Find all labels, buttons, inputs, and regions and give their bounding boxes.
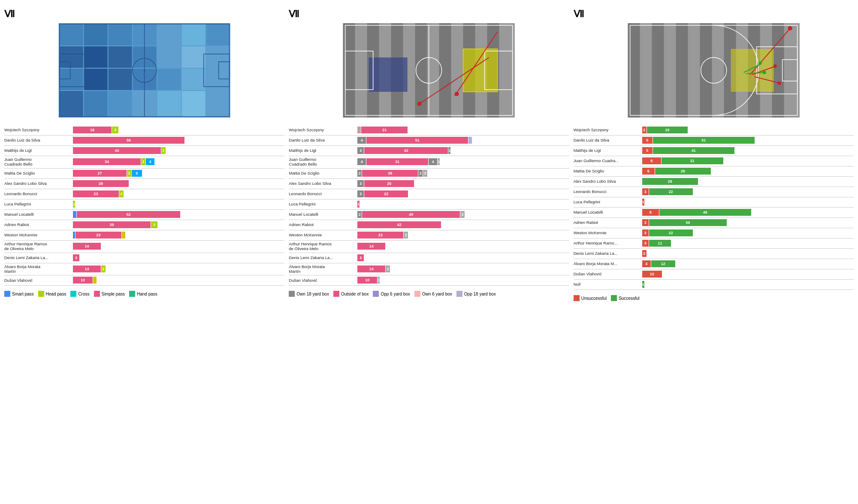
row-divider (289, 240, 569, 241)
bar-segment: 3 (357, 190, 364, 197)
head-pass-swatch (38, 291, 44, 297)
bar-segment: 28 (642, 178, 698, 185)
bars-area: 219 (642, 127, 854, 133)
bar-segment: 10 (642, 271, 662, 278)
bars-area: 232 (73, 190, 284, 197)
table-row: Manuel Locatelli2492 (289, 211, 569, 218)
bars-area: 28 (642, 178, 854, 185)
bars-area: 541 (642, 147, 854, 154)
table-row: Alex Sandro Lobo Silva325 (289, 180, 569, 187)
table-row: Wojciech Szczęsny219 (574, 126, 854, 134)
svg-rect-65 (628, 23, 640, 118)
own18-label: Own 18 yard box (296, 292, 329, 296)
bar-segment: 51 (366, 137, 468, 144)
outside-box-swatch (333, 291, 339, 297)
bars-area: 142 (357, 266, 569, 272)
table-row: Adrien Rabiot339 (574, 219, 854, 226)
player-name: Mattia De Sciglio (289, 171, 357, 175)
bar-segment: 4 (642, 260, 651, 267)
bar-segment: 22 (649, 229, 693, 236)
bar-segment: 10 (73, 277, 93, 284)
opp18-label: Opp 18 yard box (464, 292, 496, 296)
table-row: Weston McKennie232 (289, 231, 569, 239)
row-divider (4, 275, 284, 275)
bar-segment: 5 (642, 147, 653, 154)
table-row: Dušan Vlahović10 (4, 276, 284, 284)
table-row: Mattia De Sciglio2725 (4, 169, 284, 177)
bar-segment: 1 (642, 281, 644, 288)
table-row: Álvaro Borja Morata Martín142 (289, 264, 569, 274)
svg-point-91 (758, 61, 761, 65)
head-pass-label: Head pass (46, 292, 66, 296)
bar-segment: 5 (132, 170, 142, 177)
bar-segment: 14 (357, 243, 385, 250)
row-divider (4, 263, 284, 263)
bar-segment (73, 211, 76, 218)
svg-rect-22 (60, 91, 83, 117)
own6-swatch (414, 291, 420, 297)
pass-outcome-legend: Unsuccessful Successful (574, 295, 854, 301)
svg-rect-6 (182, 24, 205, 45)
table-row: Dušan Vlahović101 (289, 276, 569, 284)
legend-head-pass: Head pass (38, 291, 66, 297)
row-divider (574, 228, 854, 228)
pass-zones-pitch (4, 23, 284, 118)
table-row: Leonardo Bonucci322 (289, 190, 569, 198)
player-name: Alex Sandro Lobo Silva (574, 179, 642, 184)
table-row: Denis Lemi Zakaria La...2 (574, 250, 854, 257)
main-container: Ⅶ (0, 0, 858, 310)
svg-point-63 (417, 102, 422, 106)
panel-header-pass-zones: Ⅶ (4, 9, 284, 20)
successful-label: Successful (619, 296, 639, 301)
bar-segment: 22 (649, 188, 693, 195)
legend-cross: Cross (70, 291, 89, 297)
bar-segment: 3 (357, 254, 364, 261)
bar-segment: 1 (448, 147, 450, 154)
row-divider (574, 197, 854, 197)
row-divider (4, 220, 284, 220)
simple-pass-swatch (94, 291, 100, 297)
row-divider (289, 285, 569, 286)
row-divider (289, 230, 569, 230)
player-name: Denis Lemi Zakaria La... (4, 255, 73, 260)
row-divider (289, 156, 569, 156)
pass-zones-svg (4, 23, 284, 118)
bars-area: 10 (642, 271, 854, 278)
smart-passes-pitch (289, 23, 569, 118)
table-row: Dušan Vlahović10 (574, 270, 854, 278)
table-row: Leonardo Bonucci232 (4, 190, 284, 198)
crosses-svg (574, 23, 854, 118)
panel-header-crosses: Ⅶ (574, 9, 854, 20)
bar-segment: 2 (642, 127, 647, 133)
row-divider (574, 166, 854, 166)
bar-segment: 42 (364, 147, 448, 154)
bars-area: 2725 (73, 170, 284, 177)
bars-area: 1 (642, 199, 854, 205)
row-divider (574, 145, 854, 146)
bar-segment: 1 (73, 201, 75, 208)
svg-rect-8 (60, 46, 83, 68)
row-divider (289, 199, 569, 199)
juventus-logo-2: Ⅶ (289, 9, 299, 20)
svg-rect-17 (109, 69, 132, 90)
svg-rect-12 (157, 46, 181, 68)
bar-segment: 4 (146, 158, 154, 165)
player-name: Luca Pellegrini (574, 199, 642, 204)
legend-own18: Own 18 yard box (289, 291, 329, 297)
bars-area: 393 (73, 221, 284, 228)
bar-segment: 18 (73, 127, 112, 133)
bar-segment: 51 (653, 137, 755, 144)
bars-area: 232 (357, 232, 569, 238)
table-row: Matthijs de Ligt442 (4, 147, 284, 154)
bars-area: 2 (642, 250, 854, 257)
bars-area: 3421 (357, 147, 569, 154)
table-row: Álvaro Borja Morata Martín142 (4, 264, 284, 274)
bar-segment: 2 (101, 266, 106, 272)
pass-outcome-bars: Wojciech Szczęsny219Danilo Luiz da Silva… (574, 126, 854, 291)
crosses-pitch (574, 23, 854, 118)
bars-area: 56 (73, 137, 284, 144)
bar-segment: 9 (642, 157, 661, 164)
bar-segment: 6 (642, 168, 655, 175)
bar-segment: 10 (357, 277, 377, 284)
row-divider (289, 209, 569, 210)
